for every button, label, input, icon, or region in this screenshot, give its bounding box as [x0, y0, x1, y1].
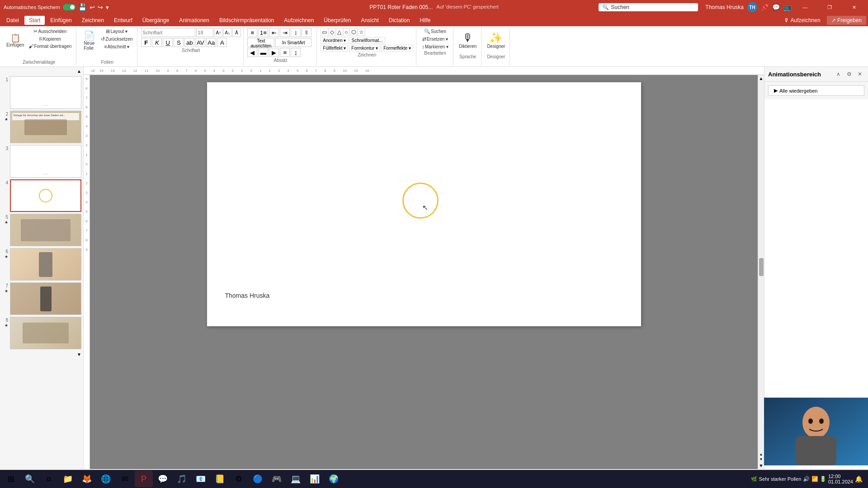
slide-item-1[interactable]: 1 - - -: [2, 76, 81, 109]
menu-ansicht[interactable]: Ansicht: [356, 16, 383, 25]
effect-button[interactable]: Formeffekte ▾: [381, 45, 413, 52]
shape5-icon[interactable]: ⬡: [350, 28, 357, 36]
redo-icon[interactable]: ↪: [98, 4, 103, 11]
text-case-button[interactable]: Aa: [206, 38, 216, 47]
anim-close-button[interactable]: ✕: [855, 70, 864, 79]
slide-thumb-5[interactable]: [10, 214, 81, 246]
numbered-list-button[interactable]: 1≡: [258, 28, 268, 37]
shadow-button[interactable]: ab: [184, 38, 194, 47]
minimize-button[interactable]: —: [795, 0, 816, 14]
slide-item-4[interactable]: 4: [2, 179, 81, 212]
quick-styles-button[interactable]: Schnellformat...: [349, 37, 385, 44]
slide-item-6[interactable]: 6 ★: [2, 248, 81, 281]
font-family-input[interactable]: [141, 28, 195, 37]
bold-button[interactable]: F: [141, 38, 151, 47]
decrease-indent-button[interactable]: ⇤: [269, 28, 279, 37]
slide-item-3[interactable]: 3 - - -: [2, 145, 81, 178]
align-left-button[interactable]: ◀: [247, 48, 257, 57]
present-icon[interactable]: 📺: [783, 4, 791, 11]
taskbar-app2-button[interactable]: 📧: [192, 471, 210, 487]
taskbar-ppt-button[interactable]: P: [135, 471, 153, 487]
font-size-input[interactable]: [196, 28, 213, 37]
quick-access-icon[interactable]: ▾: [106, 4, 109, 11]
paste-button[interactable]: 📋 Einfügen: [5, 28, 26, 53]
slide-thumb-4[interactable]: [10, 179, 81, 212]
outline-button[interactable]: Formkontur ▾: [349, 45, 380, 52]
taskbar-mail-button[interactable]: ✉: [116, 471, 134, 487]
section-button[interactable]: ≡ Abschnitt ▾: [99, 43, 134, 50]
scroll-down-arrow[interactable]: ▼: [759, 463, 764, 468]
scroll-up-arrow[interactable]: ▲: [759, 76, 764, 81]
menu-zeichnen[interactable]: Zeichnen: [77, 16, 108, 25]
search-box[interactable]: 🔍 Suchen: [599, 3, 698, 11]
taskbar-teams-button[interactable]: 💬: [154, 471, 172, 487]
font-size-increase-button[interactable]: A↑: [214, 28, 222, 37]
taskbar-app1-button[interactable]: 🎵: [173, 471, 191, 487]
arrange-button[interactable]: Anordnen ▾: [321, 37, 348, 44]
align-center-button[interactable]: ▬: [258, 48, 268, 57]
slide-thumb-7[interactable]: [10, 282, 81, 315]
taskbar-app6-button[interactable]: 🎮: [268, 471, 286, 487]
notification-icon[interactable]: 🔔: [855, 475, 863, 483]
clear-formatting-button[interactable]: Ā: [232, 28, 241, 37]
save-icon[interactable]: 💾: [78, 3, 87, 11]
taskbar-app3-button[interactable]: 📒: [211, 471, 229, 487]
taskbar-start-button[interactable]: ⊞: [2, 471, 20, 487]
canvas-area[interactable]: Thomas Hruska: [90, 75, 758, 469]
menu-bildschirmpraesenation[interactable]: Bildschirmpräsentation: [215, 16, 278, 25]
slide-thumb-1[interactable]: - - -: [10, 76, 81, 109]
record-button[interactable]: 🎙 Aufzeichnen: [779, 16, 825, 25]
align-text-button[interactable]: Text ausrichten: [247, 38, 274, 47]
select-button[interactable]: ↕ Markieren ▾: [420, 43, 450, 50]
cut-button[interactable]: ✂ Ausschneiden: [27, 28, 73, 35]
slide-panel-scroll-down[interactable]: ▼: [77, 352, 81, 357]
taskbar-app8-button[interactable]: 📊: [306, 471, 324, 487]
underline-button[interactable]: U: [163, 38, 173, 47]
format-painter-button[interactable]: 🖌 Format übertragen: [27, 43, 73, 49]
taskbar-app5-button[interactable]: 🔵: [249, 471, 267, 487]
slide-thumb-3[interactable]: - - -: [10, 145, 81, 178]
columns-button[interactable]: ⫴: [302, 28, 311, 37]
slide-thumb-6[interactable]: [10, 248, 81, 281]
designer-button[interactable]: ✨ Designer: [485, 28, 507, 53]
menu-dictation[interactable]: Dictation: [384, 16, 415, 25]
anim-settings-button[interactable]: ⚙: [844, 70, 854, 79]
close-button[interactable]: ✕: [844, 0, 864, 14]
menu-start[interactable]: Start: [24, 16, 45, 25]
reset-button[interactable]: ↺ Zurücksetzen: [99, 36, 134, 42]
anim-play-all-button[interactable]: ▶ Alle wiedergeben: [768, 85, 864, 96]
ribbon-pin-icon[interactable]: 📌: [761, 4, 769, 11]
taskbar-app9-button[interactable]: 🌍: [325, 471, 343, 487]
system-icons[interactable]: 🔊 📶 🔋: [803, 476, 826, 482]
taskbar-explorer-button[interactable]: 📁: [59, 471, 77, 487]
taskbar-app7-button[interactable]: 💻: [287, 471, 305, 487]
slide-yellow-circle[interactable]: [402, 183, 439, 219]
smartart-button[interactable]: In SmartArt: [275, 38, 311, 47]
menu-ueberpruefen[interactable]: Überprüfen: [319, 16, 355, 25]
bullet-list-button[interactable]: ≡: [247, 28, 257, 37]
taskbar-chrome-button[interactable]: 🌐: [97, 471, 115, 487]
fill-button[interactable]: Füllfeffekt ▾: [321, 45, 348, 52]
shape4-icon[interactable]: ○: [343, 28, 349, 36]
layout-button[interactable]: ⊞ Layout ▾: [99, 28, 134, 35]
menu-einfuegen[interactable]: Einfügen: [46, 16, 76, 25]
undo-icon[interactable]: ↩: [90, 4, 95, 11]
scroll-thumb[interactable]: [759, 258, 764, 276]
find-button[interactable]: 🔍 Suchen: [420, 28, 450, 35]
dictate-button[interactable]: 🎙 Diktieren: [457, 28, 478, 53]
font-color-button[interactable]: A: [217, 38, 227, 47]
menu-datei[interactable]: Datei: [2, 16, 24, 25]
italic-button[interactable]: K: [152, 38, 162, 47]
rect-icon[interactable]: ▭: [321, 28, 328, 36]
menu-animationen[interactable]: Animationen: [175, 16, 214, 25]
shape3-icon[interactable]: △: [336, 28, 343, 36]
taskbar-taskview-button[interactable]: ⧉: [40, 471, 58, 487]
share-button[interactable]: ↗ Freigeben: [827, 16, 866, 25]
slide-thumb-8[interactable]: [10, 317, 81, 349]
text-direction-button[interactable]: ↕: [291, 28, 301, 37]
slide-canvas[interactable]: Thomas Hruska: [207, 82, 641, 326]
char-spacing-button[interactable]: AV: [195, 38, 205, 47]
strikethrough-button[interactable]: S: [174, 38, 184, 47]
shape2-icon[interactable]: ◇: [329, 28, 335, 36]
shape6-icon[interactable]: ☆: [358, 28, 365, 36]
